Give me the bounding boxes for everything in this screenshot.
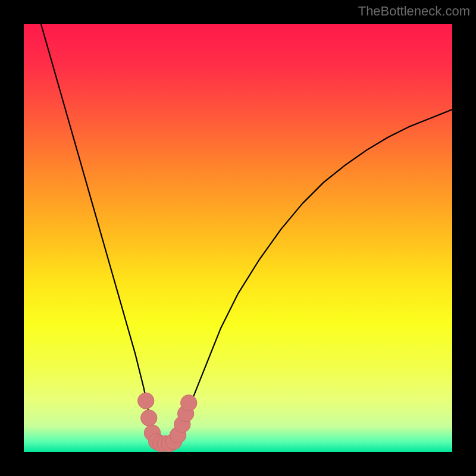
bottleneck-chart (24, 24, 452, 452)
marker-dot (138, 393, 154, 409)
plot-area (24, 24, 452, 452)
marker-dot (141, 410, 157, 426)
watermark-text: TheBottleneck.com (358, 4, 470, 19)
marker-dot (181, 395, 197, 411)
gradient-background (24, 24, 452, 452)
outer-frame: TheBottleneck.com (0, 0, 476, 476)
